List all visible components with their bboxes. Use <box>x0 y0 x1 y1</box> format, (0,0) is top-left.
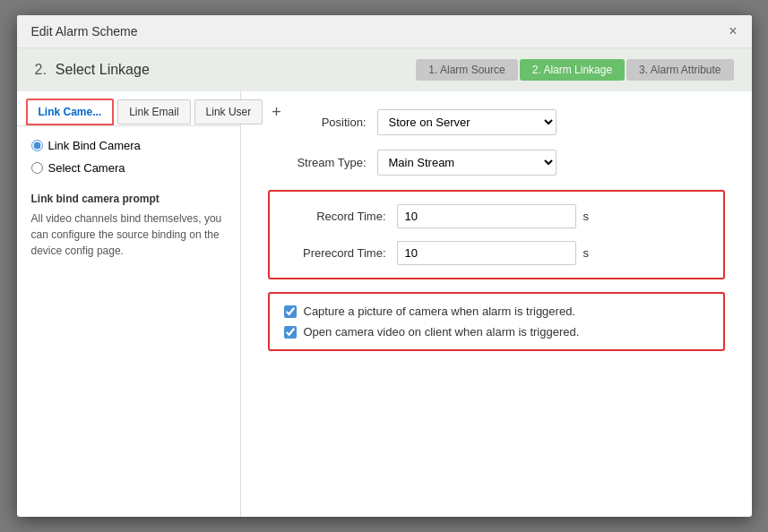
record-time-label: Record Time: <box>288 210 386 223</box>
checkbox-capture[interactable]: Capture a picture of camera when alarm i… <box>284 305 709 318</box>
tab-link-camera[interactable]: Link Came... <box>26 99 115 125</box>
stream-type-label: Stream Type: <box>268 156 367 169</box>
checkbox-open-video[interactable]: Open camera video on client when alarm i… <box>284 325 709 339</box>
prompt-section: Link bind camera prompt All video channe… <box>17 184 240 268</box>
section-number: 2. <box>35 62 47 78</box>
radio-select-camera-input[interactable] <box>31 162 43 174</box>
right-panel: Position: Store on Server Store on Devic… <box>241 91 752 517</box>
dialog-title: Edit Alarm Scheme <box>31 24 138 39</box>
time-settings-box: Record Time: s Prerecord Time: s <box>268 190 725 279</box>
tabs-row: Link Came... Link Email Link User + <box>17 91 240 126</box>
record-time-row: Record Time: s <box>288 204 705 228</box>
left-panel: Link Came... Link Email Link User + Link… <box>17 91 241 517</box>
position-label: Position: <box>268 116 367 129</box>
stream-type-row: Stream Type: Main Stream Sub Stream <box>268 150 725 176</box>
radio-select-camera[interactable]: Select Camera <box>31 161 226 175</box>
content-area: Link Came... Link Email Link User + Link… <box>17 91 752 517</box>
position-row: Position: Store on Server Store on Devic… <box>268 109 725 135</box>
step-alarm-source[interactable]: 1. Alarm Source <box>416 59 517 81</box>
open-video-checkbox[interactable] <box>284 326 297 339</box>
prerecord-time-row: Prerecord Time: s <box>288 241 705 265</box>
step-indicators: 1. Alarm Source 2. Alarm Linkage 3. Alar… <box>414 59 733 81</box>
section-name: Select Linkage <box>56 62 150 78</box>
prerecord-time-label: Prerecord Time: <box>288 246 386 260</box>
step-alarm-attribute[interactable]: 3. Alarm Attribute <box>626 59 733 81</box>
section-header: 2. Select Linkage 1. Alarm Source 2. Ala… <box>17 48 752 91</box>
position-select[interactable]: Store on Server Store on Device <box>377 109 557 135</box>
section-title: 2. Select Linkage <box>35 62 150 78</box>
capture-checkbox[interactable] <box>284 305 297 318</box>
stream-type-select[interactable]: Main Stream Sub Stream <box>377 150 557 176</box>
edit-alarm-dialog: Edit Alarm Scheme × 2. Select Linkage 1.… <box>17 15 752 517</box>
record-time-input[interactable] <box>397 204 576 228</box>
prompt-text: All video channels bind themselves, you … <box>31 210 226 259</box>
step-alarm-linkage[interactable]: 2. Alarm Linkage <box>520 59 625 81</box>
prompt-title: Link bind camera prompt <box>31 193 226 205</box>
radio-link-bind-camera[interactable]: Link Bind Camera <box>31 139 226 152</box>
close-button[interactable]: × <box>729 24 737 39</box>
tab-link-email[interactable]: Link Email <box>117 99 190 124</box>
record-time-suffix: s <box>583 210 590 223</box>
capture-label: Capture a picture of camera when alarm i… <box>304 305 575 318</box>
radio-link-bind-input[interactable] <box>31 140 43 151</box>
open-video-label: Open camera video on client when alarm i… <box>304 325 580 339</box>
dialog-body: 2. Select Linkage 1. Alarm Source 2. Ala… <box>17 48 752 517</box>
radio-group: Link Bind Camera Select Camera <box>17 126 240 184</box>
checkbox-box: Capture a picture of camera when alarm i… <box>268 292 725 351</box>
prerecord-time-input[interactable] <box>397 241 576 265</box>
prerecord-time-suffix: s <box>583 246 590 260</box>
dialog-header: Edit Alarm Scheme × <box>17 15 752 48</box>
